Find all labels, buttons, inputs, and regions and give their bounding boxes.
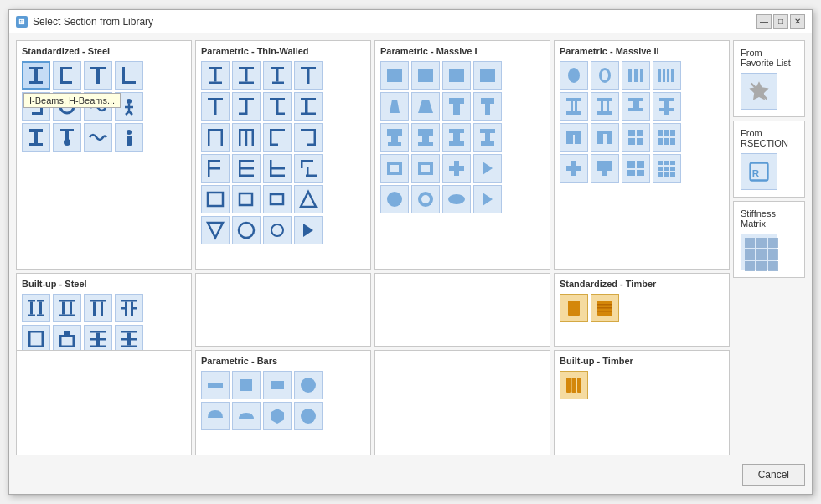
mii-lines2[interactable] — [653, 61, 681, 90]
section-wave2[interactable] — [84, 123, 112, 152]
tw-t5[interactable] — [294, 92, 323, 121]
bar-circle[interactable] — [294, 371, 323, 399]
mii-t-complex2[interactable] — [653, 92, 681, 121]
tw-pi2[interactable] — [232, 123, 261, 152]
tw-circle2[interactable] — [263, 216, 292, 244]
close-button[interactable]: ✕ — [790, 14, 805, 29]
mi-t-beam2[interactable] — [473, 92, 502, 121]
bs-i-complex2[interactable] — [115, 325, 143, 353]
bs-double-i2[interactable] — [53, 294, 81, 322]
mi-box1[interactable] — [380, 154, 409, 183]
mi-trap1[interactable] — [380, 92, 409, 121]
tw-c1[interactable] — [263, 123, 292, 152]
tw-bracket2[interactable] — [232, 154, 261, 183]
bar-halfcircle[interactable] — [201, 402, 230, 430]
mi-circle2[interactable] — [411, 185, 440, 213]
mi-i1[interactable] — [442, 123, 471, 152]
section-channel[interactable] — [53, 61, 81, 90]
tw-bracket1[interactable] — [201, 154, 230, 183]
tw-t3[interactable] — [232, 92, 261, 121]
mii-grid3[interactable] — [622, 154, 650, 183]
stiffness-icon[interactable] — [741, 234, 777, 270]
bar-circle2[interactable] — [294, 402, 323, 430]
tw-rect2[interactable] — [232, 185, 261, 213]
mi-t3[interactable] — [380, 123, 409, 152]
mii-pi1[interactable] — [560, 123, 588, 152]
bs-box-t2[interactable] — [53, 325, 81, 353]
bs-t-fork[interactable] — [115, 294, 143, 322]
svg-rect-98 — [418, 129, 433, 136]
mii-lines1[interactable] — [622, 61, 650, 90]
mi-rect4[interactable] — [473, 61, 502, 90]
tw-c2[interactable] — [294, 123, 323, 152]
mi-rect1[interactable] — [380, 61, 409, 90]
panel-standardized-steel: Standardized - Steel I-Beams, H-Beams... — [16, 40, 192, 270]
favorite-icon[interactable] — [741, 73, 777, 110]
section-angle-z[interactable] — [22, 92, 50, 121]
section-rail[interactable] — [22, 123, 50, 152]
mii-cross1[interactable] — [560, 154, 588, 183]
tw-rect3[interactable] — [263, 185, 292, 213]
tw-triangle2[interactable] — [201, 216, 230, 244]
mi-t4[interactable] — [411, 123, 440, 152]
bar-rect[interactable] — [263, 371, 292, 399]
tw-l1[interactable] — [263, 154, 292, 183]
tw-i-beam[interactable] — [201, 61, 230, 90]
section-round-hollow[interactable] — [53, 92, 81, 121]
bs-i-complex[interactable] — [84, 325, 112, 353]
mi-arrow2[interactable] — [473, 185, 502, 213]
mii-t-complex[interactable] — [622, 92, 650, 121]
mii-grid4[interactable] — [653, 154, 681, 183]
mii-cross2[interactable] — [591, 154, 619, 183]
mi-rect3[interactable] — [442, 61, 471, 90]
section-person2[interactable] — [115, 123, 143, 152]
section-bulb[interactable] — [53, 123, 81, 152]
tw-t-beam[interactable] — [294, 61, 323, 90]
bs-box-t[interactable] — [22, 325, 50, 353]
tw-circle[interactable] — [232, 216, 261, 244]
tw-arrow[interactable] — [294, 216, 323, 244]
mi-trap2[interactable] — [411, 92, 440, 121]
section-i-beam[interactable]: I-Beams, H-Beams... — [22, 61, 50, 90]
mii-grid1[interactable] — [622, 123, 650, 152]
section-person[interactable] — [115, 92, 143, 121]
tw-i-asym[interactable] — [263, 61, 292, 90]
section-t-beam[interactable] — [84, 61, 112, 90]
bs-t-double[interactable] — [84, 294, 112, 322]
bar-halfellipse[interactable] — [232, 402, 261, 430]
cancel-button[interactable]: Cancel — [742, 464, 805, 486]
mii-i1[interactable] — [560, 92, 588, 121]
tw-i-wide[interactable] — [232, 61, 261, 90]
mi-ellipse[interactable] — [442, 185, 471, 213]
tw-t2[interactable] — [201, 92, 230, 121]
mii-i2[interactable] — [591, 92, 619, 121]
tw-triangle[interactable] — [294, 185, 323, 213]
mi-i2[interactable] — [473, 123, 502, 152]
mi-rect2[interactable] — [411, 61, 440, 90]
bar-square[interactable] — [232, 371, 261, 399]
tw-t4[interactable] — [263, 92, 292, 121]
maximize-button[interactable]: □ — [773, 14, 788, 29]
tw-rect[interactable] — [201, 185, 230, 213]
minimize-button[interactable]: — — [756, 14, 772, 29]
rsection-icon[interactable]: R — [741, 153, 777, 190]
mi-arrow[interactable] — [473, 154, 502, 183]
mii-grid2[interactable] — [653, 123, 681, 152]
tw-pi1[interactable] — [201, 123, 230, 152]
mii-pi2[interactable] — [591, 123, 619, 152]
mii-oval2[interactable] — [591, 61, 619, 90]
section-angle-l[interactable] — [115, 61, 143, 90]
timber-glulam[interactable] — [591, 294, 619, 322]
section-wave[interactable] — [84, 92, 112, 121]
tw-z1[interactable] — [294, 154, 323, 183]
mi-cross[interactable] — [442, 154, 471, 183]
mi-circle1[interactable] — [380, 185, 409, 213]
timber-solid[interactable] — [560, 294, 588, 322]
mi-t-beam[interactable] — [442, 92, 471, 121]
bt-triple[interactable] — [560, 371, 588, 399]
mi-box2[interactable] — [411, 154, 440, 183]
bar-hexagon[interactable] — [263, 402, 292, 430]
bar-flat1[interactable] — [201, 371, 230, 399]
bs-double-i1[interactable] — [22, 294, 50, 322]
mii-oval1[interactable] — [560, 61, 588, 90]
